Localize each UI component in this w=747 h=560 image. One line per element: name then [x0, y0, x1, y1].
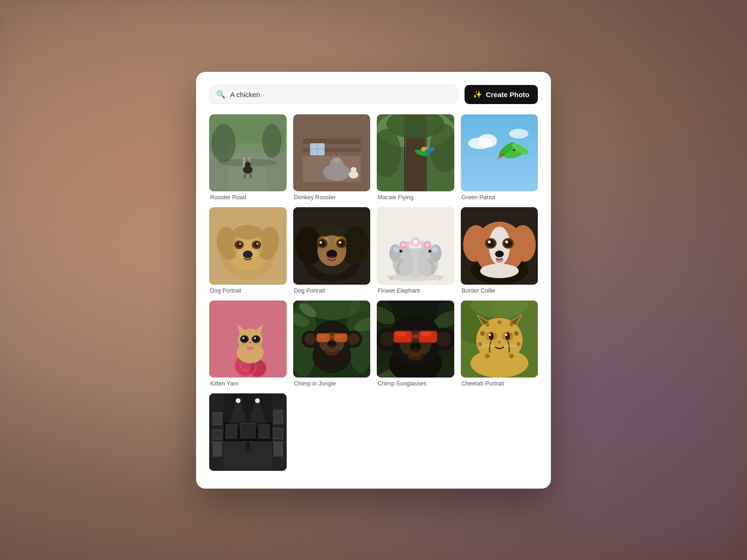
svg-point-199	[416, 343, 420, 348]
svg-point-109	[389, 277, 393, 280]
svg-point-175	[325, 349, 338, 355]
photo-dog-portrait-2	[293, 207, 371, 285]
svg-point-122	[487, 240, 490, 243]
svg-point-209	[514, 331, 518, 336]
svg-rect-244	[274, 410, 283, 424]
photo-dog-portrait-1	[209, 207, 287, 285]
donkey-rooster-image	[293, 114, 371, 192]
photo-chimp-jungle	[293, 301, 371, 378]
photo-flower-elephant	[377, 207, 454, 285]
macaw-flying-image	[377, 114, 454, 192]
svg-point-24	[332, 157, 340, 163]
grid-item-rooster-road[interactable]: Rooster Road	[209, 114, 287, 201]
label-kitten-yarn: Kitten Yarn	[209, 380, 287, 387]
svg-point-189	[436, 331, 451, 347]
label-donkey-rooster: Donkey Rooster	[293, 194, 371, 201]
svg-rect-249	[259, 425, 270, 438]
svg-point-198	[410, 343, 415, 348]
grid-item-gallery[interactable]	[209, 393, 287, 474]
svg-point-67	[256, 243, 258, 245]
search-input[interactable]	[230, 91, 451, 98]
svg-point-225	[488, 333, 491, 336]
label-cheetah-portrait: Cheetah Portrait	[461, 380, 538, 387]
svg-point-98	[429, 250, 431, 252]
svg-point-104	[402, 243, 405, 247]
svg-point-224	[505, 332, 510, 340]
header: 🔍 ✨ Create Photo	[209, 85, 538, 104]
svg-point-164	[304, 333, 316, 345]
svg-point-143	[242, 336, 247, 341]
grid-item-donkey-rooster[interactable]: Donkey Rooster	[293, 114, 371, 201]
label-dog-portrait-1: Dog Portrait	[209, 287, 287, 294]
rooster-road-image	[209, 114, 287, 192]
label-flower-elephant: Flower Elephant	[377, 287, 454, 294]
svg-point-208	[480, 331, 485, 336]
svg-point-110	[438, 278, 441, 281]
create-photo-button[interactable]: ✨ Create Photo	[465, 85, 538, 104]
svg-point-106	[425, 243, 429, 247]
grid-item-chimp-jungle[interactable]: Chimp in Jungle	[293, 301, 371, 387]
svg-point-124	[495, 251, 504, 257]
svg-point-123	[505, 240, 508, 243]
svg-point-146	[254, 337, 256, 339]
svg-point-166	[347, 333, 359, 345]
photo-green-parrot	[461, 114, 538, 192]
chimp-sunglasses-image	[377, 301, 454, 378]
svg-point-145	[242, 337, 244, 339]
grid-item-cheetah-portrait[interactable]: Cheetah Portrait	[461, 301, 538, 387]
label-dog-portrait-2: Dog Portrait	[293, 287, 371, 294]
main-panel: 🔍 ✨ Create Photo	[196, 72, 551, 489]
gallery-image	[209, 393, 287, 471]
svg-point-103	[432, 247, 437, 252]
svg-point-12	[262, 124, 282, 157]
svg-rect-248	[240, 423, 255, 438]
search-icon: 🔍	[216, 90, 226, 99]
svg-rect-245	[274, 428, 283, 439]
grid-item-dog-portrait-2[interactable]: Dog Portrait	[293, 207, 371, 294]
svg-point-28	[351, 167, 356, 172]
chimp-jungle-image	[293, 301, 371, 378]
svg-point-213	[478, 342, 482, 345]
grid-item-dog-portrait-1[interactable]: Dog Portrait	[209, 207, 287, 294]
create-photo-label: Create Photo	[486, 91, 529, 98]
svg-point-152	[247, 346, 254, 351]
photo-macaw-flying	[377, 114, 454, 192]
flower-elephant-image	[377, 207, 454, 285]
label-green-parrot: Green Parrot	[461, 194, 538, 201]
svg-point-64	[236, 242, 242, 247]
svg-point-81	[318, 240, 325, 246]
grid-item-kitten-yarn[interactable]: Kitten Yarn	[209, 301, 287, 387]
grid-item-macaw-flying[interactable]: Macaw Flying	[377, 114, 454, 201]
grid-item-chimp-sunglasses[interactable]: Chimp Sunglasses	[377, 301, 454, 387]
svg-rect-243	[213, 441, 222, 456]
label-chimp-sunglasses: Chimp Sunglasses	[377, 380, 454, 387]
svg-rect-192	[412, 334, 419, 338]
svg-point-194	[420, 331, 432, 336]
svg-point-216	[509, 353, 514, 358]
photo-gallery	[209, 393, 287, 471]
photo-kitten-yarn	[209, 301, 287, 378]
grid-item-flower-elephant[interactable]: Flower Elephant	[377, 207, 454, 294]
svg-rect-4	[243, 158, 245, 168]
svg-point-86	[326, 257, 338, 262]
label-border-collie: Border Collie	[461, 287, 538, 294]
grid-item-border-collie[interactable]: Border Collie	[461, 207, 538, 294]
svg-point-66	[239, 243, 241, 245]
grid-item-green-parrot[interactable]: Green Parrot	[461, 114, 538, 201]
svg-point-111	[400, 278, 402, 281]
photo-border-collie	[461, 207, 538, 285]
svg-point-45	[478, 134, 497, 147]
photo-grid: Rooster Road	[209, 114, 538, 474]
photo-chimp-sunglasses	[377, 301, 454, 378]
search-bar[interactable]: 🔍	[209, 85, 458, 104]
svg-point-68	[243, 251, 253, 259]
svg-point-174	[331, 341, 335, 345]
label-rooster-road: Rooster Road	[209, 194, 287, 201]
svg-point-171	[336, 334, 344, 338]
svg-point-97	[400, 250, 402, 252]
svg-point-105	[413, 239, 418, 244]
svg-point-226	[505, 333, 507, 336]
svg-point-46	[509, 129, 528, 139]
svg-point-65	[254, 242, 259, 247]
svg-point-170	[318, 334, 326, 338]
